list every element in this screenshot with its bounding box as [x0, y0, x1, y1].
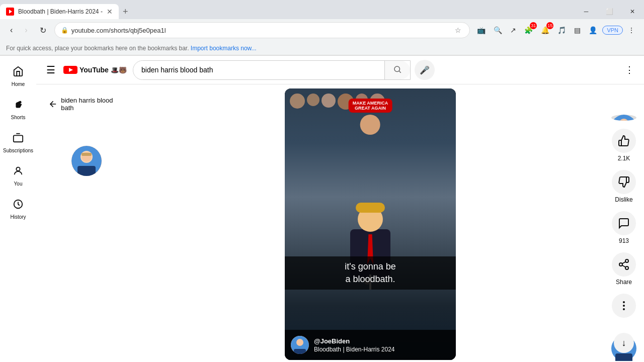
more-button[interactable] [612, 294, 636, 318]
sidebar-item-home[interactable]: Home [2, 61, 34, 92]
svg-point-20 [625, 259, 628, 262]
video-background: MAKE AMERICAGREAT AGAIN [285, 88, 456, 360]
more-options-button[interactable]: ⋮ [623, 62, 636, 77]
minimize-button[interactable]: ─ [575, 4, 598, 19]
svg-rect-30 [615, 353, 632, 361]
svg-line-24 [622, 262, 626, 264]
you-icon [13, 165, 24, 179]
share-button[interactable] [612, 252, 636, 277]
dislike-button[interactable] [612, 170, 636, 194]
sidebar-item-subscriptions[interactable]: Subscriptions [2, 127, 34, 158]
scroll-down-button[interactable]: ↓ [614, 333, 634, 353]
share-action-group: Share [612, 252, 636, 286]
search-result-label: biden harris blood bath [61, 97, 125, 112]
youtube-logo-emoji: 🎩🐻 [111, 66, 127, 74]
comment-button[interactable] [612, 211, 636, 235]
extension-badge: 31 [530, 22, 537, 29]
share-label: Share [616, 279, 632, 286]
bookmarks-bar: For quick access, place your bookmarks h… [0, 41, 644, 55]
share-button[interactable]: ↗ [507, 24, 519, 36]
shorts-actions-panel: 2.1K Dislike 913 [604, 84, 644, 362]
search-bar-wrap [133, 60, 411, 80]
tab-bar: Bloodbath | Biden-Harris 2024 - ✕ + ─ ⬜ … [0, 0, 644, 19]
sidebar-item-history[interactable]: History [2, 194, 34, 225]
prev-video-thumb[interactable] [44, 146, 129, 176]
tab-favicon [6, 8, 14, 16]
youtube-app: Home Shorts Subscriptions You History [0, 56, 644, 362]
dislike-label: Dislike [615, 196, 632, 203]
dislike-action-group: Dislike [612, 170, 636, 203]
shorts-label: Shorts [11, 115, 26, 120]
youtube-header: ☰ YouTube 🎩🐻 🎤 [36, 56, 644, 84]
video-center: MAKE AMERICAGREAT AGAIN [137, 84, 604, 362]
svg-rect-16 [294, 349, 306, 354]
video-channel-thumb [291, 336, 309, 354]
svg-rect-2 [14, 135, 23, 142]
active-tab[interactable]: Bloodbath | Biden-Harris 2024 - ✕ [0, 4, 119, 19]
profile-button[interactable]: 👤 [586, 24, 600, 36]
music-icon[interactable]: 🎵 [554, 24, 569, 36]
youtube-main: ☰ YouTube 🎩🐻 🎤 [36, 56, 644, 362]
tab-close-button[interactable]: ✕ [107, 8, 113, 16]
svg-point-15 [296, 339, 303, 346]
svg-point-8 [394, 66, 400, 72]
history-label: History [10, 214, 26, 220]
address-input[interactable] [71, 27, 450, 34]
vpn-badge[interactable]: VPN [602, 26, 623, 35]
shorts-left-panel: biden harris blood bath [36, 84, 137, 362]
tab-title: Bloodbath | Biden-Harris 2024 - [18, 8, 103, 15]
prev-channel-avatar [71, 146, 102, 176]
window-controls: ─ ⬜ ✕ [575, 4, 644, 19]
sidebar-toggle[interactable]: ▤ [571, 24, 584, 36]
forward-button[interactable]: › [21, 24, 31, 37]
back-button[interactable]: ‹ [6, 24, 17, 37]
more-menu-button[interactable]: ⋮ [625, 24, 638, 36]
cast-button[interactable]: 📺 [474, 24, 489, 36]
maximize-button[interactable]: ⬜ [598, 4, 621, 19]
svg-point-27 [623, 308, 625, 310]
bookmark-icon[interactable]: ☆ [453, 25, 463, 35]
more-action-group [612, 294, 636, 318]
comment-action-group: 913 [612, 211, 636, 244]
subtitle-overlay: it's gonna be a bloodbath. [285, 256, 456, 290]
hamburger-menu-button[interactable]: ☰ [44, 62, 57, 78]
notifications-button[interactable]: 🔔 15 [538, 24, 552, 36]
video-text-info: @JoeBiden Bloodbath | Biden-Harris 2024 [314, 337, 395, 353]
reload-button[interactable]: ↻ [36, 24, 50, 37]
mic-button[interactable]: 🎤 [415, 60, 435, 80]
browser-chrome: Bloodbath | Biden-Harris 2024 - ✕ + ─ ⬜ … [0, 0, 644, 56]
like-button[interactable] [612, 129, 636, 153]
comment-count: 913 [619, 237, 629, 244]
youtube-logo[interactable]: YouTube 🎩🐻 [63, 65, 127, 75]
video-title: Bloodbath | Biden-Harris 2024 [314, 346, 395, 353]
search-input[interactable] [133, 61, 384, 79]
zoom-button[interactable]: 🔍 [491, 24, 505, 36]
svg-point-3 [16, 167, 20, 171]
header-actions: ⋮ [623, 62, 636, 77]
home-label: Home [12, 81, 25, 87]
import-bookmarks-link[interactable]: Import bookmarks now... [191, 45, 257, 52]
subtitle-line1: it's gonna be [293, 260, 448, 273]
lock-icon: 🔒 [61, 27, 68, 34]
like-action-group: 2.1K [612, 129, 636, 162]
address-bar-container: 🔒 ☆ [54, 22, 470, 38]
shorts-video[interactable]: MAKE AMERICAGREAT AGAIN [285, 88, 456, 360]
extensions-button[interactable]: 🧩 31 [521, 24, 536, 36]
svg-rect-13 [82, 153, 92, 156]
back-button[interactable]: biden harris blood bath [44, 93, 129, 116]
home-icon [13, 66, 24, 79]
close-window-button[interactable]: ✕ [621, 4, 644, 19]
toolbar-actions: 📺 🔍 ↗ 🧩 31 🔔 15 🎵 ▤ 👤 VPN ⋮ [474, 24, 638, 36]
sidebar-item-shorts[interactable]: Shorts [2, 94, 34, 125]
shorts-icon [13, 99, 24, 113]
svg-rect-11 [77, 166, 96, 176]
subtitle-line2: a bloodbath. [293, 273, 448, 286]
subscriptions-icon [13, 132, 24, 146]
sidebar-item-you[interactable]: You [2, 160, 34, 192]
history-icon [13, 199, 24, 212]
search-button[interactable] [384, 61, 410, 79]
video-channel-name: @JoeBiden [314, 337, 395, 345]
svg-point-22 [625, 266, 628, 269]
new-tab-button[interactable]: + [119, 7, 132, 17]
channel-avatar-action[interactable] [611, 115, 636, 121]
